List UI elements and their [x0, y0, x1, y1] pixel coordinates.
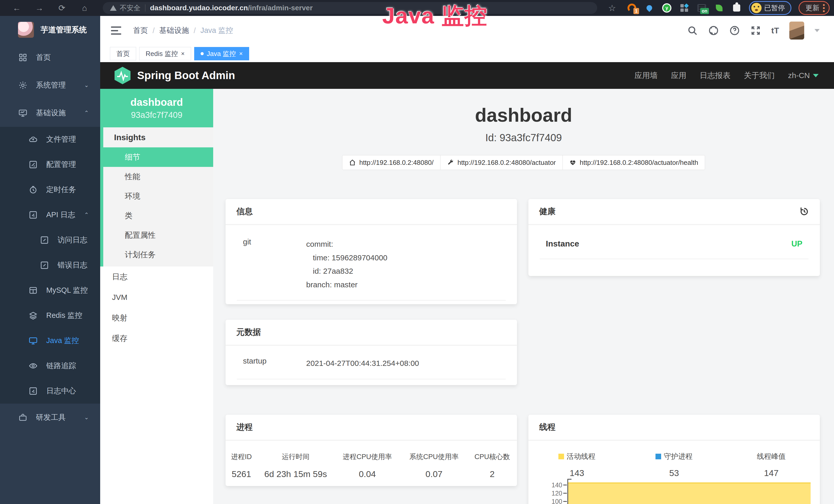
sidebar-item-dev-tools[interactable]: 研发工具 ⌄	[0, 404, 100, 431]
url-separator	[145, 4, 146, 12]
extension-list-icon[interactable]: on	[697, 3, 707, 13]
sidebar-item-error-log[interactable]: 错误日志	[0, 253, 100, 278]
tab-redis-monitor[interactable]: Redis 监控 ×	[139, 47, 191, 60]
avatar-caret-icon[interactable]	[814, 29, 820, 32]
insights-group: Insights 细节 性能 环境 类 配置属性 计划任务	[100, 127, 213, 267]
search-icon[interactable]	[687, 25, 698, 36]
tab-close-icon[interactable]: ×	[239, 50, 243, 57]
extension-sprout-icon[interactable]	[714, 3, 724, 13]
sidebar-collapse-icon[interactable]	[111, 26, 121, 35]
monitor-chart-icon	[19, 109, 27, 117]
heartbeat-icon	[569, 159, 576, 166]
metadata-card-title: 元数据	[236, 327, 261, 338]
instance-nav-logs[interactable]: 日志	[100, 267, 213, 287]
legend-label: 线程峰值	[757, 452, 786, 461]
instance-nav-scheduled-tasks[interactable]: 计划任务	[103, 245, 213, 265]
font-size-icon[interactable]: tT	[771, 26, 779, 36]
instance-header[interactable]: dashboard 93a3fc7f7409	[100, 89, 213, 127]
instance-nav-environment[interactable]: 环境	[103, 186, 213, 206]
sidebar-item-label: Java 监控	[46, 336, 79, 346]
live-threads-value: 143	[570, 468, 584, 478]
clock-task-icon	[29, 185, 38, 194]
instance-nav-caches[interactable]: 缓存	[100, 328, 213, 349]
header-action-icons: tT	[687, 22, 820, 40]
instance-nav-jvm[interactable]: JVM	[100, 287, 213, 307]
sba-nav-applications[interactable]: 应用	[671, 70, 686, 81]
endpoint-home-button[interactable]: http://192.168.0.2:48080/	[342, 155, 440, 170]
sidebar-item-system[interactable]: 系统管理 ⌄	[0, 71, 100, 99]
breadcrumb-separator: /	[153, 26, 155, 35]
extension-puzzle-icon[interactable]	[731, 3, 742, 13]
sidebar-item-config-manage[interactable]: 配置管理	[0, 152, 100, 177]
sidebar-item-access-log[interactable]: 访问日志	[0, 228, 100, 253]
sidebar-item-redis-monitor[interactable]: Redis 监控	[0, 303, 100, 328]
history-icon[interactable]	[799, 206, 810, 217]
health-card-header: 健康	[528, 199, 820, 225]
browser-reload-icon[interactable]: ⟳	[56, 2, 68, 14]
process-pid-value: 5261	[225, 461, 257, 479]
user-avatar[interactable]	[789, 22, 804, 40]
browser-update-button[interactable]: 更新	[798, 1, 830, 15]
sba-navbar: Spring Boot Admin 应用墙 应用 日志报表 关于我们 zh-CN	[100, 62, 834, 89]
app-logo-row[interactable]: 芋道管理系统	[0, 16, 100, 44]
instance-nav-details[interactable]: 细节	[100, 147, 213, 167]
process-col-pid: 进程ID	[225, 452, 257, 461]
profile-emoji-icon	[751, 3, 762, 13]
sba-locale-select[interactable]: zh-CN	[788, 71, 818, 80]
endpoint-health-button[interactable]: http://192.168.0.2:48080/actuator/health	[563, 155, 705, 170]
tab-close-icon[interactable]: ×	[181, 50, 185, 57]
instance-title: dashboard	[213, 104, 834, 126]
browser-back-icon[interactable]: ←	[11, 2, 23, 14]
tab-home[interactable]: 首页	[110, 47, 136, 60]
instance-nav-mappings[interactable]: 映射	[100, 307, 213, 328]
legend-peak-threads: 线程峰值 147	[723, 452, 820, 478]
info-git-value: commit: time: 1596289704000 id: 27aa832 …	[306, 237, 387, 292]
sba-brand[interactable]: Spring Boot Admin	[114, 67, 235, 84]
github-icon[interactable]	[708, 25, 719, 36]
tab-java-monitor[interactable]: Java 监控 ×	[194, 47, 249, 60]
extension-orange-icon[interactable]: 1	[627, 3, 637, 13]
help-icon[interactable]	[729, 25, 740, 36]
sba-nav-wallboard[interactable]: 应用墙	[634, 70, 658, 81]
address-bar[interactable]: 不安全 dashboard.yudao.iocoder.cn/infra/adm…	[103, 2, 597, 14]
endpoint-actuator-button[interactable]: http://192.168.0.2:48080/actuator	[440, 155, 563, 170]
sidebar-item-mysql-monitor[interactable]: MySQL 监控	[0, 278, 100, 303]
sidebar-item-java-monitor[interactable]: Java 监控	[0, 328, 100, 353]
sba-nav-journal[interactable]: 日志报表	[700, 70, 730, 81]
info-card-title: 信息	[236, 206, 253, 217]
sidebar-item-log-center[interactable]: 日志中心	[0, 379, 100, 404]
metadata-card: 元数据 startup 2021-04-27T00:44:31.254+08:0…	[225, 320, 517, 385]
extension-grid-icon[interactable]	[679, 3, 689, 13]
browser-forward-icon[interactable]: →	[34, 2, 45, 14]
fullscreen-icon[interactable]	[750, 25, 761, 36]
sidebar-item-home[interactable]: 首页	[0, 44, 100, 71]
sidebar-item-label: API 日志	[46, 210, 75, 220]
sidebar-item-file-manage[interactable]: 文件管理	[0, 127, 100, 152]
endpoint-url: http://192.168.0.2:48080/	[359, 159, 434, 167]
browser-profile-paused-button[interactable]: 已暂停	[749, 1, 791, 15]
extension-green-circle-icon[interactable]: y	[662, 3, 672, 13]
sba-nav-about[interactable]: 关于我们	[744, 70, 775, 81]
sidebar-item-trace[interactable]: 链路追踪	[0, 353, 100, 379]
breadcrumb-infra[interactable]: 基础设施	[159, 25, 189, 36]
threads-card-title: 线程	[539, 421, 555, 433]
instance-nav-classes[interactable]: 类	[103, 206, 213, 225]
instance-nav-metrics[interactable]: 性能	[103, 167, 213, 186]
bookmark-star-icon[interactable]: ☆	[606, 2, 618, 14]
browser-home-icon[interactable]: ⌂	[79, 2, 90, 14]
paused-label: 已暂停	[764, 3, 785, 13]
breadcrumb: 首页 / 基础设施 / Java 监控	[133, 25, 233, 36]
sidebar-item-infra[interactable]: 基础设施 ⌃	[0, 99, 100, 127]
app-title: 芋道管理系统	[41, 25, 87, 35]
instance-nav-config-props[interactable]: 配置属性	[103, 225, 213, 245]
breadcrumb-home[interactable]: 首页	[133, 25, 148, 36]
info-row-label: git	[237, 237, 306, 292]
insights-section-label: Insights	[103, 127, 213, 147]
threads-legend: 活动线程 143 守护进程 53 线程峰值 147	[528, 452, 820, 478]
metadata-card-header: 元数据	[225, 320, 517, 345]
briefcase-icon	[19, 413, 27, 422]
sidebar-item-scheduled-jobs[interactable]: 定时任务	[0, 177, 100, 202]
sidebar-item-api-log[interactable]: API 日志 ⌃	[0, 202, 100, 228]
not-secure-label: 不安全	[120, 3, 140, 13]
extension-pin-icon[interactable]	[644, 3, 655, 13]
